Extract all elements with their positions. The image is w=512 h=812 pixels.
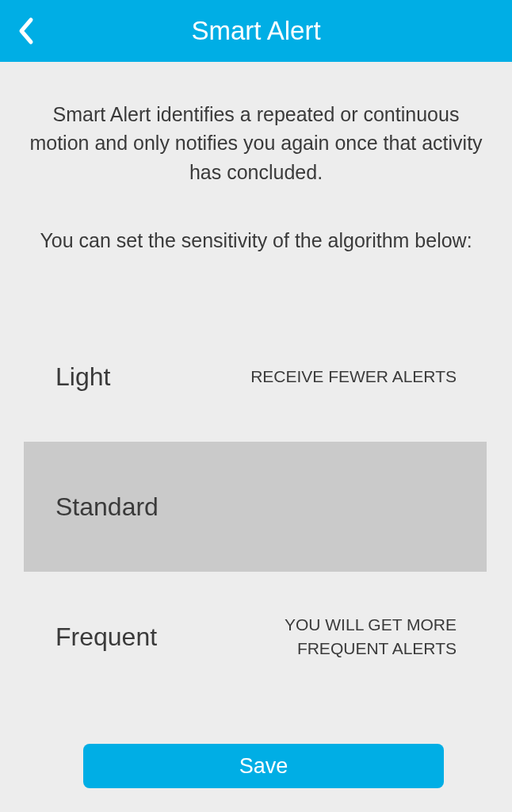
save-button[interactable]: Save <box>83 744 444 788</box>
page-title: Smart Alert <box>191 16 320 46</box>
chevron-left-icon <box>17 17 34 45</box>
option-label: Light <box>55 362 110 392</box>
subdescription-text: You can set the sensitivity of the algor… <box>25 226 487 255</box>
option-light[interactable]: Light RECEIVE FEWER ALERTS <box>25 312 487 442</box>
option-standard[interactable]: Standard <box>24 442 487 572</box>
option-label: Standard <box>55 492 159 522</box>
option-description: RECEIVE FEWER ALERTS <box>250 365 457 389</box>
sensitivity-options: Light RECEIVE FEWER ALERTS Standard Freq… <box>25 312 487 702</box>
header: Smart Alert <box>0 0 512 62</box>
option-label: Frequent <box>55 622 157 652</box>
back-button[interactable] <box>8 13 43 48</box>
content-area: Smart Alert identifies a repeated or con… <box>0 62 512 702</box>
option-frequent[interactable]: Frequent YOU WILL GET MORE FREQUENT ALER… <box>25 572 487 702</box>
option-description: YOU WILL GET MORE FREQUENT ALERTS <box>227 613 457 661</box>
save-button-label: Save <box>239 754 288 779</box>
description-text: Smart Alert identifies a repeated or con… <box>25 100 487 186</box>
